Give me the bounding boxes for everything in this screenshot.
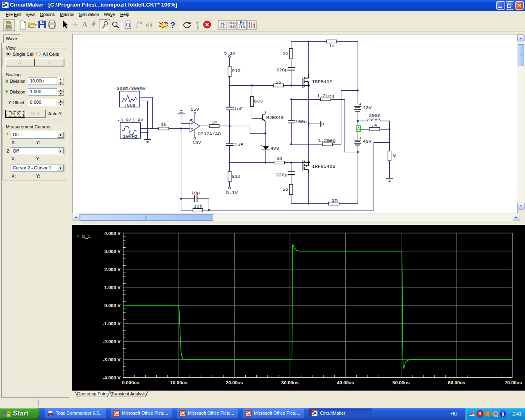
svg-text:1m: 1m bbox=[212, 119, 217, 125]
svg-text:-2.000 V: -2.000 V bbox=[103, 339, 121, 344]
svg-text:-5.1V: -5.1V bbox=[223, 190, 238, 196]
svg-text:5.1V: 5.1V bbox=[224, 50, 236, 56]
svg-text:MJE340: MJE340 bbox=[266, 115, 283, 121]
svg-text:10.00us: 10.00us bbox=[170, 380, 187, 385]
svg-text:50.00us: 50.00us bbox=[393, 380, 410, 385]
svg-text:100n: 100n bbox=[295, 119, 307, 125]
svg-text:10k: 10k bbox=[194, 203, 202, 209]
svg-text:43V: 43V bbox=[363, 139, 372, 144]
svg-text:1uF: 1uF bbox=[235, 142, 243, 148]
svg-text:70.00us: 70.00us bbox=[504, 380, 522, 385]
svg-text:56: 56 bbox=[276, 156, 282, 162]
svg-text:-3.9/3.9V: -3.9/3.9V bbox=[117, 117, 144, 123]
svg-text:56: 56 bbox=[283, 50, 288, 56]
svg-text:220p: 220p bbox=[276, 172, 288, 178]
svg-text:43V: 43V bbox=[363, 105, 372, 111]
svg-text:3.000 V: 3.000 V bbox=[104, 249, 121, 254]
svg-text:A: A bbox=[82, 21, 87, 29]
svg-text:0.000 V: 0.000 V bbox=[104, 303, 121, 308]
svg-text:Transient Analysis: Transient Analysis bbox=[111, 391, 147, 396]
svg-text:1m: 1m bbox=[329, 43, 334, 49]
svg-text:-3.000 V: -3.000 V bbox=[103, 357, 121, 362]
svg-text:8: 8 bbox=[393, 153, 396, 158]
svg-text:-4.000 V: -4.000 V bbox=[103, 375, 121, 380]
svg-text:40.00us: 40.00us bbox=[337, 380, 354, 385]
svg-text:910: 910 bbox=[232, 173, 240, 179]
svg-text:70us: 70us bbox=[124, 103, 135, 108]
svg-text:IRF9540S: IRF9540S bbox=[312, 164, 336, 169]
svg-text:Operating Point: Operating Point bbox=[77, 391, 107, 396]
svg-text:-300m/300mV: -300m/300mV bbox=[114, 86, 146, 91]
svg-text:4.000 V: 4.000 V bbox=[104, 231, 121, 236]
svg-text:0.000us: 0.000us bbox=[122, 380, 139, 385]
svg-text:220p: 220p bbox=[276, 67, 288, 73]
svg-text:-15V: -15V bbox=[189, 140, 201, 146]
svg-text:A: A bbox=[357, 126, 360, 131]
svg-text:A: I1_1: A: I1_1 bbox=[77, 234, 90, 239]
svg-text:15V: 15V bbox=[190, 107, 199, 112]
svg-text:1.000 V: 1.000 V bbox=[104, 285, 121, 290]
svg-text:2.000 V: 2.000 V bbox=[104, 267, 121, 272]
svg-text:.4: .4 bbox=[371, 123, 377, 128]
svg-text:1.2meg: 1.2meg bbox=[318, 138, 336, 144]
svg-text:910: 910 bbox=[232, 68, 240, 74]
svg-text:IRF540S: IRF540S bbox=[312, 79, 333, 85]
svg-text:-1.000 V: -1.000 V bbox=[103, 321, 121, 326]
svg-text:1k: 1k bbox=[161, 122, 167, 128]
svg-text:200n: 200n bbox=[369, 113, 380, 119]
svg-text:60.00us: 60.00us bbox=[448, 380, 465, 385]
svg-text:18p: 18p bbox=[191, 190, 200, 196]
svg-text:633: 633 bbox=[254, 98, 262, 104]
svg-text:10kHz: 10kHz bbox=[123, 134, 137, 139]
svg-text:4V3: 4V3 bbox=[270, 146, 279, 151]
svg-text:1uF: 1uF bbox=[234, 106, 243, 112]
svg-text:1.2meg: 1.2meg bbox=[317, 93, 334, 99]
svg-text:1m: 1m bbox=[332, 198, 338, 203]
svg-text:OP37A/AD: OP37A/AD bbox=[198, 131, 221, 137]
svg-text:30.00us: 30.00us bbox=[281, 380, 299, 385]
svg-text:?: ? bbox=[170, 21, 175, 30]
svg-text:56: 56 bbox=[282, 187, 288, 192]
svg-text:56: 56 bbox=[276, 80, 281, 85]
svg-text:20.00us: 20.00us bbox=[226, 380, 243, 385]
